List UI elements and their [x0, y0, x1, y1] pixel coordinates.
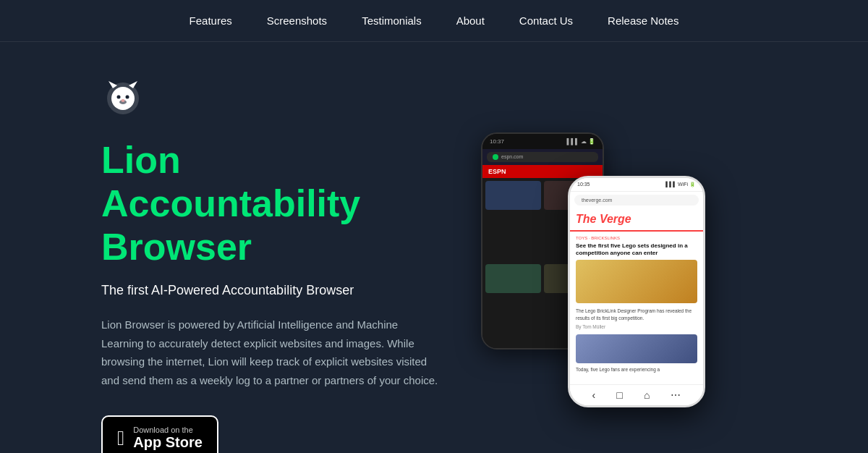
nav-features[interactable]: Features [190, 14, 232, 27]
verge-body: The Lego BrickLink Designer Program has … [576, 308, 697, 321]
hero-subtitle: The first AI-Powered Accountability Brow… [101, 283, 441, 298]
verge-image-1 [576, 260, 697, 303]
tabs-icon[interactable]: ⋯ [671, 389, 681, 401]
phone-bottom-bar: ‹ □ ⌂ ⋯ [570, 384, 703, 405]
phone-wrapper: 10:37 ▌▌▌ ☁ 🔋 espn.com ESPN [481, 132, 741, 407]
nav-release-notes[interactable]: Release Notes [608, 14, 678, 27]
nav-testimonials[interactable]: Testimonials [362, 14, 422, 27]
nav-contact[interactable]: Contact Us [519, 14, 573, 27]
phone-signal: ▌▌▌ ☁ 🔋 [567, 138, 595, 145]
hero-description: Lion Browser is powered by Artificial In… [101, 316, 441, 389]
forward-icon[interactable]: □ [616, 389, 622, 401]
verge-category: TOYS · BRICKSLINKS [576, 236, 697, 240]
hero-title: Lion Accountability Browser [101, 139, 441, 268]
svg-point-4 [117, 96, 121, 99]
phone-url: espn.com [501, 154, 523, 159]
espn-logo-text: ESPN [488, 168, 506, 175]
verge-caption: Today, five Lego fans are experiencing a [576, 366, 697, 373]
espn-card-1 [485, 181, 541, 210]
verge-content: TOYS · BRICKSLINKS See the first five Le… [570, 232, 703, 384]
phone-urlbar: espn.com [487, 152, 598, 162]
app-store-button[interactable]:  Download on the App Store [101, 415, 218, 453]
phone-time: 10:37 [490, 138, 504, 145]
phone-front-time: 10:35 [577, 182, 590, 187]
secure-dot [493, 154, 498, 160]
phone-front-signal: ▌▌▌ WiFi 🔋 [665, 182, 696, 187]
apple-icon:  [117, 428, 124, 449]
phone-screen-verge: 10:35 ▌▌▌ WiFi 🔋 theverge.com The Verge … [570, 178, 703, 405]
phone-mockup-front: 10:35 ▌▌▌ WiFi 🔋 theverge.com The Verge … [568, 176, 705, 407]
main-nav: Features Screenshots Testimonials About … [0, 0, 868, 42]
app-store-large-label: App Store [133, 434, 203, 451]
svg-point-7 [122, 99, 125, 102]
svg-point-1 [111, 87, 135, 110]
phone-front-url: theverge.com [582, 198, 612, 203]
phone-status-bar: 10:37 ▌▌▌ ☁ 🔋 [482, 134, 603, 149]
phone-front-urlbar: theverge.com [574, 195, 699, 206]
verge-header: The Verge [570, 208, 703, 232]
verge-author: By Tom Müller [576, 323, 697, 330]
app-store-small-label: Download on the [133, 426, 203, 434]
phone-mockups: 10:37 ▌▌▌ ☁ 🔋 espn.com ESPN [441, 125, 781, 415]
logo-icon [101, 78, 145, 122]
phone-front-status: 10:35 ▌▌▌ WiFi 🔋 [570, 178, 703, 192]
home-icon[interactable]: ⌂ [644, 389, 650, 401]
verge-image-2 [576, 334, 697, 363]
verge-logo: The Verge [576, 213, 697, 226]
app-store-text: Download on the App Store [133, 426, 203, 451]
nav-about[interactable]: About [456, 14, 485, 27]
nav-screenshots[interactable]: Screenshots [267, 14, 327, 27]
back-icon[interactable]: ‹ [592, 389, 596, 401]
svg-point-5 [126, 96, 129, 99]
verge-headline: See the first five Lego sets designed in… [576, 242, 697, 258]
hero-content: Lion Accountability Browser The first AI… [101, 78, 441, 453]
hero-section: Lion Accountability Browser The first AI… [0, 42, 868, 453]
espn-card-3 [485, 264, 541, 293]
